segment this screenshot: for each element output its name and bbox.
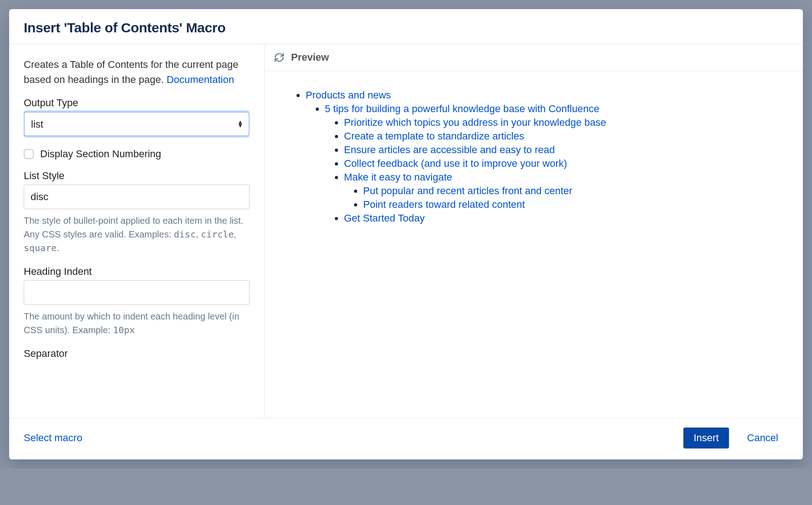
heading-indent-example: 10px <box>113 325 135 335</box>
toc-item: Make it easy to navigate Put popular and… <box>344 171 781 211</box>
toc-link[interactable]: Create a template to standardize article… <box>344 130 524 142</box>
toc-list: Products and news 5 tips for building a … <box>286 89 781 224</box>
toc-link[interactable]: Make it easy to navigate <box>344 171 452 183</box>
separator-label: Separator <box>24 348 250 360</box>
output-type-select[interactable]: list <box>24 112 250 136</box>
list-style-help: The style of bullet-point applied to eac… <box>24 214 250 255</box>
toc-link[interactable]: Get Started Today <box>344 212 425 224</box>
toc-link[interactable]: Point readers toward related content <box>363 199 525 210</box>
output-type-select-wrap: list ▲▼ <box>24 112 250 136</box>
select-macro-link[interactable]: Select macro <box>24 432 82 444</box>
toc-item: Ensure articles are accessible and easy … <box>344 144 781 156</box>
dialog-title: Insert 'Table of Contents' Macro <box>24 20 788 36</box>
toc-link[interactable]: Put popular and recent articles front an… <box>363 185 573 196</box>
toc-item: Point readers toward related content <box>363 199 781 211</box>
toc-link[interactable]: Products and news <box>306 89 391 101</box>
preview-header: Preview <box>265 44 803 71</box>
toc-item: Put popular and recent articles front an… <box>363 185 781 197</box>
list-style-example: square <box>24 242 57 253</box>
macro-description: Creates a Table of Contents for the curr… <box>24 57 250 87</box>
refresh-icon[interactable] <box>274 52 285 63</box>
toc-link[interactable]: Prioritize which topics you address in y… <box>344 117 606 128</box>
display-section-numbering-checkbox[interactable] <box>24 149 34 159</box>
dialog-footer: Select macro Insert Cancel <box>9 418 803 459</box>
display-section-numbering-row[interactable]: Display Section Numbering <box>24 148 250 160</box>
preview-panel: Preview Products and news 5 tips for bui… <box>265 44 803 418</box>
toc-item: Collect feedback (and use it to improve … <box>344 158 781 170</box>
dialog-body: Creates a Table of Contents for the curr… <box>9 44 803 418</box>
heading-indent-help: The amount by which to indent each headi… <box>24 309 250 337</box>
toc-link[interactable]: 5 tips for building a powerful knowledge… <box>325 103 599 114</box>
toc-item: Create a template to standardize article… <box>344 130 781 142</box>
documentation-link[interactable]: Documentation <box>167 74 234 85</box>
preview-body: Products and news 5 tips for building a … <box>265 71 803 242</box>
output-type-label: Output Type <box>24 97 250 109</box>
heading-indent-label: Heading Indent <box>24 266 250 278</box>
macro-dialog: Insert 'Table of Contents' Macro Creates… <box>9 9 803 459</box>
toc-item: Products and news 5 tips for building a … <box>306 89 781 224</box>
toc-link[interactable]: Collect feedback (and use it to improve … <box>344 158 567 169</box>
toc-link[interactable]: Ensure articles are accessible and easy … <box>344 144 555 155</box>
list-style-input[interactable] <box>24 185 250 209</box>
settings-panel: Creates a Table of Contents for the curr… <box>9 44 265 418</box>
list-style-example: circle <box>201 229 234 240</box>
heading-indent-input[interactable] <box>24 280 250 305</box>
preview-title: Preview <box>291 52 329 63</box>
display-section-numbering-label: Display Section Numbering <box>40 148 161 160</box>
settings-inner: Creates a Table of Contents for the curr… <box>24 57 250 418</box>
list-style-label: List Style <box>24 170 250 182</box>
toc-item: 5 tips for building a powerful knowledge… <box>325 103 781 224</box>
toc-item: Get Started Today <box>344 212 781 224</box>
insert-button[interactable]: Insert <box>683 428 729 448</box>
cancel-button[interactable]: Cancel <box>737 428 788 448</box>
toc-item: Prioritize which topics you address in y… <box>344 117 781 129</box>
list-style-example: disc <box>174 229 196 240</box>
dialog-header: Insert 'Table of Contents' Macro <box>9 9 803 44</box>
